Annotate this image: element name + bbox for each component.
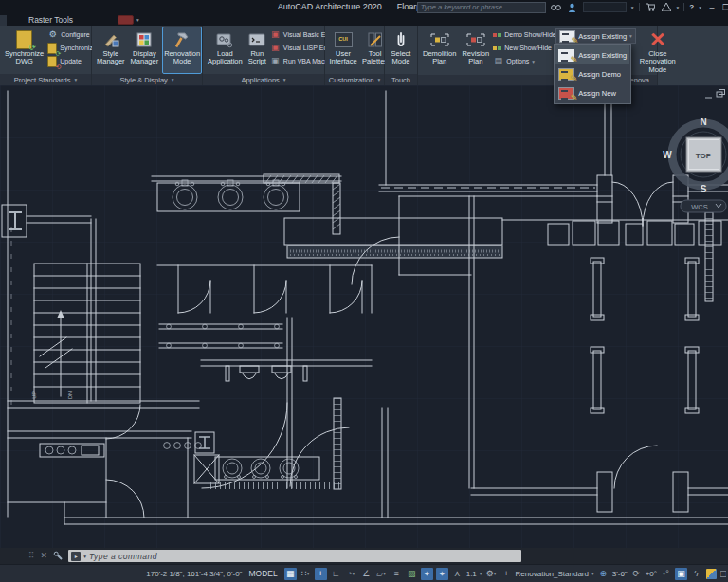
polar-tracking-toggle[interactable]: ◔▾ xyxy=(345,568,357,580)
menu-item-assign-new[interactable]: ✎ Assign New xyxy=(555,83,629,102)
dynamic-input-toggle[interactable]: + xyxy=(315,568,327,580)
annotation-scale-dropdown-icon[interactable]: ▾ xyxy=(480,571,482,576)
stair-down-label: DN xyxy=(67,391,73,399)
renovation-mode-button[interactable]: Renovation Mode xyxy=(162,27,202,74)
restore-button[interactable]: ❒ xyxy=(722,3,728,12)
transparency-toggle[interactable]: ▨ xyxy=(406,568,418,580)
rotation-icon[interactable]: ⟳ xyxy=(630,568,643,580)
workspace-gear-button[interactable]: ⚙▾ xyxy=(485,568,498,580)
tab-raster-tools[interactable]: Raster Tools xyxy=(18,15,83,25)
demolition-plan-button[interactable]: Demolition Plan xyxy=(421,27,458,75)
search-binoculars-icon[interactable] xyxy=(551,2,562,12)
select-mode-button[interactable]: Select Mode xyxy=(388,27,414,74)
object-snap-tracking-toggle[interactable]: ▱▾ xyxy=(375,568,388,580)
workspace-dropdown-icon[interactable]: ▾ xyxy=(592,571,594,576)
assign-existing-button[interactable]: ✎ Assign Existing ▾ xyxy=(555,28,636,44)
workspace-name-button[interactable]: Renovation_Standard xyxy=(516,570,589,578)
synchronize-dwg-icon: ⟳ xyxy=(16,29,32,49)
assign-dropdown-menu: ✎ Assign Existing ✎ Assign Demo ✎ Assign… xyxy=(554,44,631,104)
run-vba-macro-icon: ▣ xyxy=(270,56,281,66)
ui-customization-button[interactable] xyxy=(705,568,718,580)
media-panel-icon[interactable] xyxy=(118,15,134,25)
close-renovation-mode-button[interactable]: ✕ Close Renovation Mode xyxy=(638,27,678,75)
touch-panel-label: Touch xyxy=(385,74,417,85)
annotation-scale-button[interactable]: 1:1 xyxy=(466,570,477,578)
minimize-button[interactable]: – xyxy=(706,3,718,12)
options-button[interactable]: ▤ Options ▾ xyxy=(493,55,554,67)
applications-panel-label[interactable]: Applications▾ xyxy=(203,74,324,85)
viewcube-top-label: TOP xyxy=(696,152,712,160)
units-globe-icon[interactable]: ⊕ xyxy=(597,568,610,580)
rotation-readout[interactable]: +0° xyxy=(646,570,657,578)
style-manager-icon xyxy=(102,29,119,49)
search-input[interactable]: Type a keyword or phrase xyxy=(417,2,546,13)
model-space-button[interactable]: MODEL xyxy=(245,569,281,578)
elevation-readout[interactable]: 3'-6" xyxy=(612,570,628,578)
media-dropdown-icon[interactable]: ▾ xyxy=(136,17,139,23)
canvas-grid xyxy=(0,85,728,548)
assign-new-menu-icon: ✎ xyxy=(558,87,574,100)
app-dropdown-icon[interactable]: ▾ xyxy=(677,5,680,10)
isodraft-toggle[interactable]: ∠ xyxy=(360,568,373,580)
panel-expand-icon: ▾ xyxy=(74,77,77,82)
account-dropdown-icon[interactable]: ▾ xyxy=(631,5,634,10)
autodesk-app-icon[interactable] xyxy=(661,2,672,12)
visual-basic-editor-icon: ▣ xyxy=(270,29,281,40)
app-store-cart-icon[interactable] xyxy=(645,2,656,12)
revision-plan-button[interactable]: Revision Plan xyxy=(460,27,491,75)
run-script-button[interactable]: Run Script xyxy=(246,27,268,74)
search-expand-icon[interactable]: ▸ xyxy=(410,4,414,11)
performance-button[interactable]: ϟ xyxy=(690,568,702,580)
assign-existing-splitwrap: ✎ Assign Existing ▾ ✎ Assign Existing ✎ … xyxy=(555,28,636,44)
grid-toggle[interactable]: ▦ xyxy=(284,568,297,580)
viewcube-south[interactable]: S xyxy=(701,184,707,194)
customization-panel-label[interactable]: Customization▾ xyxy=(325,74,384,85)
synchronize-dwg-button[interactable]: ⟳ Synchronize DWG xyxy=(3,27,46,74)
command-grip-icon[interactable]: ⠿ xyxy=(28,552,35,560)
menu-item-assign-demo[interactable]: ✎ Assign Demo xyxy=(555,64,629,83)
load-application-button[interactable]: Load Application xyxy=(206,27,245,74)
panel-expand-icon: ▾ xyxy=(172,77,174,82)
style-manager-button[interactable]: Style Manager xyxy=(95,27,127,74)
demo-show-hide-icon xyxy=(493,33,501,37)
project-standards-panel-label[interactable]: Project Standards▾ xyxy=(0,74,91,85)
demo-show-hide-button[interactable]: Demo Show/Hide xyxy=(493,28,554,41)
isolate-objects-button[interactable]: ◦° xyxy=(660,568,672,580)
annotation-person-icon[interactable]: ⋏ xyxy=(451,568,464,580)
lineweight-toggle[interactable]: ≡ xyxy=(391,568,403,580)
account-area[interactable] xyxy=(583,2,627,12)
style-display-panel-label[interactable]: Style & Display▾ xyxy=(92,74,202,85)
clipboard-button[interactable]: ▣ xyxy=(675,568,687,580)
display-manager-button[interactable]: Display Manager xyxy=(129,27,161,74)
help-dropdown-icon[interactable]: ▾ xyxy=(699,5,701,10)
command-line-row: ⠿ ✕ ▸ ▾ Type a command xyxy=(0,548,728,564)
menu-item-assign-existing[interactable]: ✎ Assign Existing xyxy=(555,45,629,64)
drawing-canvas[interactable]: UP DN N W S TOP WCS xyxy=(0,85,728,548)
command-dropdown-icon[interactable]: ▾ xyxy=(83,554,86,559)
sign-in-icon[interactable] xyxy=(567,2,578,12)
plan-crosshair-button[interactable]: + xyxy=(500,568,513,580)
object-snap-3d-toggle[interactable]: ⌖ xyxy=(436,568,448,580)
object-snap-toggle[interactable]: ⌖ xyxy=(421,568,433,580)
run-script-icon xyxy=(248,29,265,49)
snap-toggle[interactable]: ∷▾ xyxy=(300,568,312,580)
command-wrench-icon[interactable] xyxy=(53,551,63,562)
app-title: AutoCAD Architecture 2020 xyxy=(278,2,382,11)
command-recent-icon[interactable]: ▸ xyxy=(71,552,81,561)
command-placeholder: Type a command xyxy=(89,552,157,561)
new-show-hide-button[interactable]: New Show/Hide xyxy=(493,42,554,54)
update-icon: ⟲ xyxy=(47,56,57,67)
help-icon[interactable]: ? xyxy=(689,3,694,11)
demolition-plan-icon xyxy=(429,29,450,49)
command-close-icon[interactable]: ✕ xyxy=(41,552,48,560)
user-interface-button[interactable]: CUI User Interface xyxy=(328,27,358,74)
clean-screen-button[interactable]: ▢ xyxy=(720,568,726,580)
tab-partial[interactable] xyxy=(0,15,7,26)
configure-icon: ⚙ xyxy=(47,29,58,40)
command-input[interactable]: ▸ ▾ Type a command xyxy=(68,550,521,562)
panel-style-display: Style Manager Display Manager Renovation… xyxy=(92,26,203,85)
panel-expand-icon: ▾ xyxy=(283,77,286,82)
viewcube-north[interactable]: N xyxy=(700,117,706,127)
viewcube-west[interactable]: W xyxy=(663,150,672,160)
ortho-toggle[interactable]: ∟ xyxy=(330,568,342,580)
